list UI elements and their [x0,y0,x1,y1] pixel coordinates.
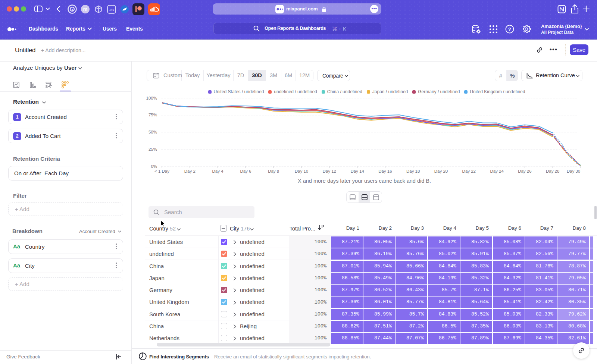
svg-text:Day 28: Day 28 [546,169,559,173]
svg-text:Day 6: Day 6 [240,169,251,173]
svg-text:Day 18: Day 18 [406,169,420,173]
svg-text:JS: JS [109,8,114,12]
svg-text:25%: 25% [149,147,157,151]
svg-text:0%: 0% [151,164,157,169]
svg-text:< 1 Day: < 1 Day [154,169,169,173]
svg-text:Day 22: Day 22 [462,169,476,173]
svg-text:50%: 50% [149,130,157,134]
svg-text:Day 24: Day 24 [490,169,504,173]
svg-text:Day 8: Day 8 [268,169,279,173]
svg-text:Day 12: Day 12 [323,169,336,173]
svg-text:Day 30: Day 30 [567,169,580,173]
svg-text:100%: 100% [146,96,157,100]
svg-text:Day 26: Day 26 [518,169,531,173]
svg-text:Day 10: Day 10 [295,169,308,173]
svg-text:Day 4: Day 4 [212,169,224,173]
svg-text:Day 14: Day 14 [350,169,364,173]
svg-text:Day 2: Day 2 [184,169,196,173]
svg-text:75%: 75% [149,113,157,117]
svg-text:Day 20: Day 20 [434,169,448,173]
svg-text:?: ? [508,26,511,32]
svg-text:Day 16: Day 16 [378,169,392,173]
